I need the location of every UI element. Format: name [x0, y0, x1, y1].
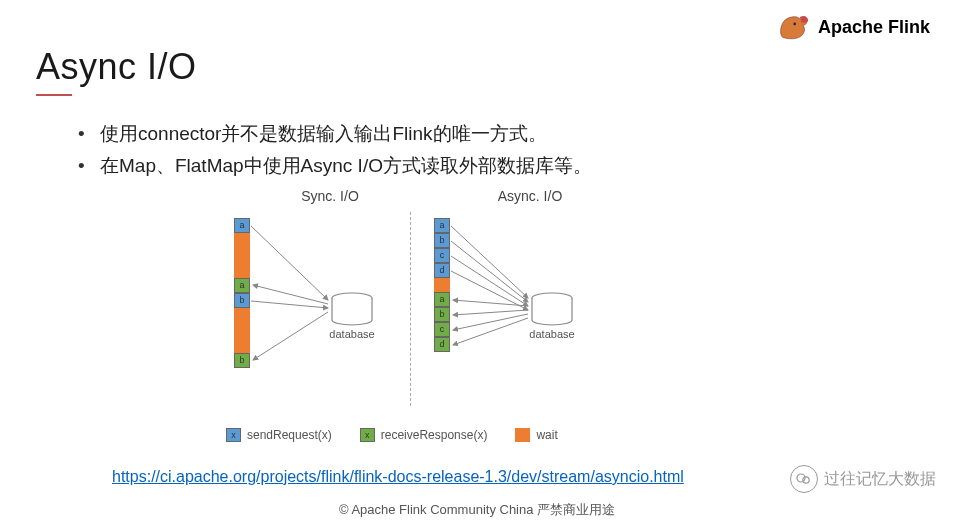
svg-line-4: [253, 285, 328, 304]
watermark: 过往记忆大数据: [790, 465, 936, 493]
legend-send-label: sendRequest(x): [247, 428, 332, 442]
legend-blue-box: x: [226, 428, 241, 442]
title-underline: [36, 94, 72, 96]
stack-box: [434, 278, 450, 292]
stack-box: d: [434, 337, 450, 352]
svg-line-5: [251, 301, 328, 308]
stack-box: [234, 308, 250, 353]
sync-column-title: Sync. I/O: [250, 188, 410, 204]
stack-box: b: [434, 307, 450, 322]
column-divider: [410, 212, 411, 406]
legend-orange-box: [515, 428, 530, 442]
squirrel-icon: [776, 12, 810, 42]
svg-line-12: [453, 310, 528, 315]
stack-box: b: [234, 353, 250, 368]
svg-line-13: [453, 314, 528, 330]
async-column-title: Async. I/O: [450, 188, 610, 204]
brand-logo: Apache Flink: [776, 12, 930, 42]
stack-box: d: [434, 263, 450, 278]
svg-line-7: [451, 226, 528, 298]
svg-line-11: [453, 300, 528, 306]
stack-box: a: [234, 218, 250, 233]
svg-point-0: [793, 23, 796, 26]
legend-recv-label: receiveResponse(x): [381, 428, 488, 442]
legend: x sendRequest(x) x receiveResponse(x) wa…: [226, 428, 558, 442]
footer-text: © Apache Flink Community China 严禁商业用途: [0, 501, 954, 519]
stack-box: [234, 233, 250, 278]
stack-box: a: [234, 278, 250, 293]
brand-name: Apache Flink: [818, 17, 930, 38]
svg-line-9: [451, 256, 528, 306]
doc-link[interactable]: https://ci.apache.org/projects/flink/fli…: [112, 468, 684, 486]
database-icon: [330, 292, 374, 326]
svg-line-6: [253, 312, 328, 360]
legend-recv: x receiveResponse(x): [360, 428, 488, 442]
bullet-list: 使用connector并不是数据输入输出Flink的唯一方式。 在Map、Fla…: [72, 118, 592, 183]
svg-line-10: [451, 271, 528, 310]
stack-box: a: [434, 218, 450, 233]
legend-wait-label: wait: [536, 428, 557, 442]
stack-box: c: [434, 248, 450, 263]
svg-line-3: [251, 226, 328, 300]
svg-line-8: [451, 241, 528, 302]
svg-line-14: [453, 318, 528, 345]
legend-green-box: x: [360, 428, 375, 442]
database-icon: [530, 292, 574, 326]
page-title: Async I/O: [36, 46, 197, 88]
stack-box: c: [434, 322, 450, 337]
bullet-item: 在Map、FlatMap中使用Async I/O方式读取外部数据库等。: [72, 150, 592, 182]
wechat-icon: [790, 465, 818, 493]
legend-send: x sendRequest(x): [226, 428, 332, 442]
stack-box: b: [434, 233, 450, 248]
async-stack: abcdabcd: [434, 218, 450, 352]
legend-wait: wait: [515, 428, 557, 442]
database-label: database: [322, 328, 382, 340]
watermark-text: 过往记忆大数据: [824, 469, 936, 490]
bullet-item: 使用connector并不是数据输入输出Flink的唯一方式。: [72, 118, 592, 150]
sync-stack: aabb: [234, 218, 250, 368]
async-io-diagram: Sync. I/O Async. I/O aabb abcdabcd datab…: [210, 188, 670, 438]
stack-box: b: [234, 293, 250, 308]
stack-box: a: [434, 292, 450, 307]
database-label: database: [522, 328, 582, 340]
